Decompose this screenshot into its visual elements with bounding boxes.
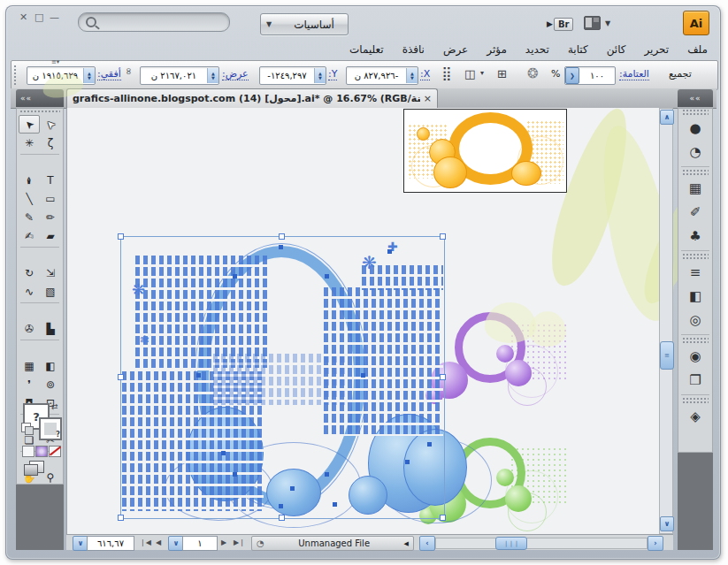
graphic-styles-panel-icon[interactable]: ❐ xyxy=(678,368,712,392)
anchor-point[interactable] xyxy=(233,274,237,279)
selection-handle[interactable] xyxy=(279,233,285,240)
height-stepper[interactable]: ▲▼ xyxy=(83,68,95,83)
anchor-point[interactable] xyxy=(279,245,283,249)
x-field[interactable]: ن ٨٢٧,٩٢٦- ▲▼ xyxy=(346,66,418,85)
swap-fill-stroke-icon[interactable]: ⇄ xyxy=(51,402,58,411)
gradient-tool[interactable]: ◧ xyxy=(40,356,61,375)
menu-help[interactable]: تعليمات xyxy=(349,43,384,56)
anchor-point[interactable] xyxy=(361,373,365,378)
opacity-label[interactable]: العتامة: xyxy=(619,68,649,80)
menu-effect[interactable]: مؤثر xyxy=(487,43,507,56)
last-page-button[interactable]: ▶❘ xyxy=(234,536,245,550)
link-constrain-icon[interactable]: ∞ xyxy=(123,67,134,75)
width-field[interactable]: ن ٢١٦٧,٠٢١ ▲▼ xyxy=(140,66,219,85)
anchor-point[interactable] xyxy=(221,451,226,455)
align-options-icon[interactable]: ◫ xyxy=(464,65,475,83)
y-field[interactable]: -١٢٤٩,٢٩٧ ▲▼ xyxy=(259,66,326,85)
scroll-right-button[interactable]: › xyxy=(648,536,663,551)
zoom-level-field[interactable]: ٦١٦,٦٧ xyxy=(87,536,134,551)
dock-group-drag-handle[interactable] xyxy=(682,397,709,404)
menu-edit[interactable]: تحرير xyxy=(645,43,670,56)
gradient-mode-button[interactable] xyxy=(35,446,48,457)
selection-handle[interactable] xyxy=(279,515,285,521)
artboard-number-field[interactable]: ١ xyxy=(182,536,218,551)
color-panel-icon[interactable]: ● xyxy=(678,116,712,140)
menu-file[interactable]: ملف xyxy=(687,43,708,56)
none-mode-button[interactable] xyxy=(49,446,61,457)
blob-brush-tool[interactable]: ✍ xyxy=(19,226,40,245)
type-tool[interactable]: T xyxy=(40,171,61,189)
previous-page-button[interactable]: ◀ xyxy=(156,536,161,550)
symbols-panel-icon[interactable]: ♣ xyxy=(678,224,712,248)
eyedropper-tool[interactable]: ❜ xyxy=(19,375,40,393)
dock-group-drag-handle[interactable] xyxy=(682,109,709,116)
selection-tool[interactable]: ➤ xyxy=(19,115,40,134)
scroll-left-button[interactable]: ‹ xyxy=(419,536,435,551)
menu-view[interactable]: عرض xyxy=(443,43,468,56)
height-label[interactable]: أفقي: xyxy=(97,68,121,80)
chevron-down-icon[interactable]: ▾ xyxy=(480,69,484,77)
selection-handle[interactable] xyxy=(118,515,124,521)
selection-handle[interactable] xyxy=(118,233,124,240)
selection-handle[interactable] xyxy=(440,233,446,240)
y-label[interactable]: :Y xyxy=(328,68,337,80)
width-label[interactable]: عرض: xyxy=(222,68,249,80)
dock-group-drag-handle[interactable] xyxy=(682,169,709,176)
free-transform-tool[interactable]: ▧ xyxy=(40,282,61,301)
canvas[interactable]: ✚ ❋ ❋ ❃ xyxy=(66,108,659,534)
vertical-scrollbar[interactable] xyxy=(659,108,673,534)
menu-select[interactable]: تحديد xyxy=(525,43,549,56)
recolor-artwork-icon[interactable]: ❂ xyxy=(527,65,539,82)
line-segment-tool[interactable]: ╲ xyxy=(19,189,40,208)
document-tab[interactable]: grafics-allinone.blogspot.com (14) [محول… xyxy=(66,88,438,108)
opacity-dropdown-button[interactable]: ❯ xyxy=(565,67,579,84)
anchor-point[interactable] xyxy=(405,460,410,464)
anchor-point[interactable] xyxy=(196,373,201,378)
anchor-point[interactable] xyxy=(427,442,432,447)
width-stepper[interactable]: ▲▼ xyxy=(207,68,218,83)
color-mode-button[interactable] xyxy=(22,446,34,457)
x-stepper[interactable]: ▲▼ xyxy=(406,68,418,83)
eraser-tool[interactable]: ▰ xyxy=(40,226,61,245)
window-maximize-button[interactable]: □ xyxy=(34,12,43,22)
color-guide-panel-icon[interactable]: ◔ xyxy=(678,140,712,164)
vertical-scroll-thumb[interactable]: ≡ xyxy=(660,341,674,370)
tools-panel-collapse-button[interactable]: «« xyxy=(16,89,64,107)
screen-mode-button[interactable] xyxy=(29,461,44,473)
stroke-color-swatch[interactable]: ? xyxy=(39,417,62,440)
menu-window[interactable]: نافذة xyxy=(402,43,425,56)
layers-panel-icon[interactable]: ◈ xyxy=(678,404,712,428)
first-page-button[interactable]: ❘◀ xyxy=(140,536,151,550)
transparency-panel-icon[interactable]: ◎ xyxy=(678,308,712,332)
stroke-panel-icon[interactable]: ≡ xyxy=(678,260,712,284)
dock-group-drag-handle[interactable] xyxy=(682,253,709,260)
selection-handle[interactable] xyxy=(118,374,124,380)
blend-tool[interactable]: ⊚ xyxy=(40,375,61,393)
menu-type[interactable]: كتابة xyxy=(568,43,588,56)
anchor-point[interactable] xyxy=(333,502,337,507)
scale-tool[interactable]: ⇲ xyxy=(40,263,61,282)
column-graph-tool[interactable]: ▙ xyxy=(40,319,61,338)
window-close-button[interactable]: ✕ xyxy=(19,12,27,22)
anchor-point[interactable] xyxy=(387,249,392,254)
transform-options-icon[interactable]: ⊞ xyxy=(497,65,507,83)
close-icon[interactable]: × xyxy=(420,93,432,104)
reference-point-icon[interactable]: ⣿ xyxy=(436,65,457,82)
anchor-point[interactable] xyxy=(233,472,237,477)
selection-handle[interactable] xyxy=(440,374,446,380)
height-field[interactable]: ن ١٩١٥,٦٢٩ ▲▼ xyxy=(27,66,96,85)
control-panel-drag-handle[interactable] xyxy=(13,65,18,86)
status-flyout-icon[interactable]: ◀ xyxy=(400,540,413,547)
next-page-button[interactable]: ▶ xyxy=(221,536,226,550)
direct-selection-tool[interactable]: ➤ xyxy=(40,115,61,134)
swatches-panel-icon[interactable]: ▦ xyxy=(678,176,712,200)
x-label[interactable]: :X xyxy=(420,68,430,80)
opacity-field[interactable]: ❯ ١٠٠ xyxy=(564,66,616,85)
pen-tool[interactable]: ✒ xyxy=(19,171,40,189)
warp-tool[interactable]: ∿ xyxy=(19,282,40,301)
paintbrush-tool[interactable]: ✎ xyxy=(19,208,40,226)
search-input[interactable] xyxy=(78,12,230,32)
selection-handle[interactable] xyxy=(440,515,446,521)
anchor-point[interactable] xyxy=(290,486,295,491)
anchor-point[interactable] xyxy=(325,472,329,477)
